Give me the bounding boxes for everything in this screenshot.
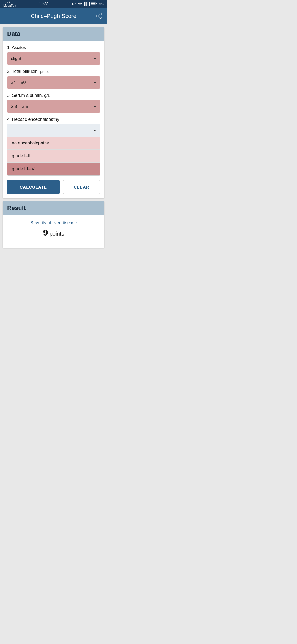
carrier-info: Tele2 MegaFon	[3, 1, 16, 7]
bilirubin-unit: μmol/l	[40, 69, 51, 74]
encephalopathy-dropdown-list: no encephalopathy grade I–II grade III–I…	[7, 137, 100, 176]
hamburger-icon	[5, 14, 11, 18]
bilirubin-field-group: 2. Total bilirubin μmol/l < 34 34 – 50 >…	[7, 69, 100, 89]
result-card-header: Result	[3, 201, 105, 215]
svg-rect-1	[96, 3, 97, 4]
bilirubin-label: 2. Total bilirubin μmol/l	[7, 69, 100, 74]
svg-line-7	[98, 16, 100, 17]
result-value: 9 points	[7, 228, 100, 238]
time-display: 11:38	[39, 2, 49, 6]
main-content: Data 1. Ascites none slight moderate ▼ 2	[0, 24, 107, 253]
encephalopathy-selected-display[interactable]	[7, 124, 100, 137]
svg-line-6	[98, 14, 100, 15]
result-card-body: Severity of liver disease 9 points	[3, 215, 105, 248]
svg-point-5	[100, 17, 101, 19]
bluetooth-icon: ◆	[72, 2, 74, 6]
encephalopathy-field-group: 4. Hepatic encephalopathy ▼ no encephalo…	[7, 117, 100, 176]
data-card: Data 1. Ascites none slight moderate ▼ 2	[3, 27, 105, 198]
share-button[interactable]	[95, 12, 103, 20]
encephalopathy-dropdown-container: ▼ no encephalopathy grade I–II grade III…	[7, 124, 100, 176]
action-buttons: CALCULATE CLEAR	[7, 180, 100, 194]
bilirubin-dropdown-wrapper: < 34 34 – 50 > 50 ▼	[7, 76, 100, 89]
clear-button[interactable]: CLEAR	[63, 180, 100, 194]
encephalopathy-option-none[interactable]: no encephalopathy	[7, 137, 100, 150]
encephalopathy-option-grade12[interactable]: grade I–II	[7, 150, 100, 163]
ascites-select[interactable]: none slight moderate	[7, 52, 100, 65]
result-unit: points	[50, 231, 64, 237]
encephalopathy-selected-wrapper[interactable]: ▼	[7, 124, 100, 137]
encephalopathy-label: 4. Hepatic encephalopathy	[7, 117, 100, 122]
status-icons: ◆ ⎖ ▐▐▐ 94%	[72, 2, 104, 6]
result-label: Severity of liver disease	[7, 220, 100, 225]
result-divider	[7, 242, 100, 242]
signal-icon: ▐▐▐	[83, 2, 90, 6]
data-section-title: Data	[7, 30, 20, 37]
result-score: 9	[43, 228, 48, 238]
calculate-button[interactable]: CALCULATE	[7, 180, 60, 194]
result-section-title: Result	[7, 204, 26, 211]
encephalopathy-option-grade34[interactable]: grade III–IV	[7, 163, 100, 175]
app-title: Child–Pugh Score	[31, 13, 76, 19]
svg-point-4	[97, 15, 98, 17]
svg-point-3	[100, 13, 101, 15]
ascites-field-group: 1. Ascites none slight moderate ▼	[7, 45, 100, 65]
data-card-header: Data	[3, 27, 105, 41]
battery-icon	[91, 2, 97, 6]
wifi-icon	[78, 2, 82, 6]
result-card: Result Severity of liver disease 9 point…	[3, 201, 105, 248]
ascites-label: 1. Ascites	[7, 45, 100, 50]
ascites-dropdown-wrapper: none slight moderate ▼	[7, 52, 100, 65]
svg-rect-2	[91, 3, 95, 5]
menu-button[interactable]	[4, 12, 12, 20]
albumin-dropdown-wrapper: > 3.5 2.8 – 3.5 < 2.8 ▼	[7, 100, 100, 113]
data-card-body: 1. Ascites none slight moderate ▼ 2. Tot…	[3, 41, 105, 198]
albumin-select[interactable]: > 3.5 2.8 – 3.5 < 2.8	[7, 100, 100, 113]
bilirubin-select[interactable]: < 34 34 – 50 > 50	[7, 76, 100, 89]
status-bar: Tele2 MegaFon 11:38 ◆ ⎖ ▐▐▐ 94%	[0, 0, 107, 8]
vibrate-icon: ⎖	[75, 2, 77, 6]
app-bar: Child–Pugh Score	[0, 8, 107, 24]
albumin-field-group: 3. Serum albumin, g/L > 3.5 2.8 – 3.5 < …	[7, 93, 100, 113]
albumin-label: 3. Serum albumin, g/L	[7, 93, 100, 98]
